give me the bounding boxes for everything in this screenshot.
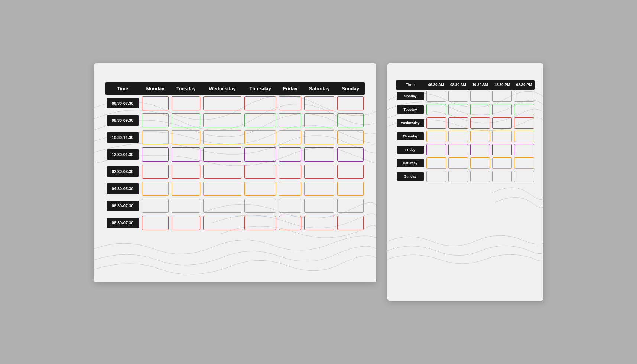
portrait-cell-wednesday-0[interactable] [425, 116, 447, 130]
landscape-cell-r6-c3[interactable] [243, 197, 277, 214]
portrait-cell-thursday-4[interactable] [513, 130, 535, 143]
portrait-cell-friday-0[interactable] [425, 143, 447, 156]
landscape-cell-r2-c1[interactable] [170, 129, 201, 146]
landscape-cell-r3-c2[interactable] [202, 146, 243, 163]
landscape-cell-r5-c0[interactable] [140, 180, 170, 197]
portrait-cell-thursday-3[interactable] [491, 130, 513, 143]
landscape-cell-r0-c0[interactable] [140, 95, 170, 112]
landscape-cell-r5-c3[interactable] [243, 180, 277, 197]
landscape-cell-r3-c1[interactable] [170, 146, 201, 163]
landscape-cell-r0-c2[interactable] [202, 95, 243, 112]
landscape-cell-r1-c2[interactable] [202, 112, 243, 129]
landscape-cell-r4-c6[interactable] [336, 163, 365, 180]
landscape-cell-r6-c0[interactable] [140, 197, 170, 214]
landscape-cell-r1-c5[interactable] [303, 112, 336, 129]
portrait-cell-friday-3[interactable] [491, 143, 513, 156]
landscape-cell-r0-c1[interactable] [170, 95, 201, 112]
landscape-row-3: 12.30-01.30 [105, 146, 365, 163]
landscape-cell-r4-c4[interactable] [277, 163, 303, 180]
portrait-cell-tuesday-0[interactable] [425, 103, 447, 116]
landscape-cell-r4-c3[interactable] [243, 163, 277, 180]
landscape-cell-r6-c6[interactable] [336, 197, 365, 214]
landscape-cell-r6-c4[interactable] [277, 197, 303, 214]
landscape-cell-r7-c6[interactable] [336, 214, 365, 231]
portrait-cell-sunday-4[interactable] [513, 170, 535, 183]
landscape-cell-r1-c4[interactable] [277, 112, 303, 129]
landscape-cell-r1-c3[interactable] [243, 112, 277, 129]
landscape-cell-r7-c2[interactable] [202, 214, 243, 231]
landscape-cell-r5-c4[interactable] [277, 180, 303, 197]
landscape-cell-r1-c6[interactable] [336, 112, 365, 129]
portrait-cell-monday-1[interactable] [447, 90, 469, 103]
landscape-cell-r2-c0[interactable] [140, 129, 170, 146]
landscape-time-1: 08.30-09.30 [105, 112, 140, 129]
landscape-cell-r7-c5[interactable] [303, 214, 336, 231]
portrait-cell-monday-3[interactable] [491, 90, 513, 103]
landscape-cell-r5-c2[interactable] [202, 180, 243, 197]
portrait-cell-friday-4[interactable] [513, 143, 535, 156]
landscape-cell-r7-c3[interactable] [243, 214, 277, 231]
portrait-cell-saturday-4[interactable] [513, 156, 535, 170]
landscape-cell-r3-c5[interactable] [303, 146, 336, 163]
landscape-cell-r4-c0[interactable] [140, 163, 170, 180]
landscape-cell-r0-c4[interactable] [277, 95, 303, 112]
landscape-row-5: 04.30-05.30 [105, 180, 365, 197]
landscape-cell-r0-c5[interactable] [303, 95, 336, 112]
landscape-cell-r1-c1[interactable] [170, 112, 201, 129]
landscape-cell-r4-c1[interactable] [170, 163, 201, 180]
landscape-cell-r6-c5[interactable] [303, 197, 336, 214]
landscape-cell-r3-c3[interactable] [243, 146, 277, 163]
portrait-cell-saturday-1[interactable] [447, 156, 469, 170]
landscape-cell-r3-c6[interactable] [336, 146, 365, 163]
portrait-cell-tuesday-4[interactable] [513, 103, 535, 116]
landscape-cell-r4-c2[interactable] [202, 163, 243, 180]
portrait-day-label-saturday: Saturday [396, 156, 425, 170]
landscape-cell-r2-c6[interactable] [336, 129, 365, 146]
portrait-cell-saturday-0[interactable] [425, 156, 447, 170]
portrait-cell-sunday-1[interactable] [447, 170, 469, 183]
landscape-cell-r6-c1[interactable] [170, 197, 201, 214]
landscape-cell-r2-c3[interactable] [243, 129, 277, 146]
portrait-cell-sunday-2[interactable] [469, 170, 491, 183]
landscape-cell-r2-c5[interactable] [303, 129, 336, 146]
portrait-cell-saturday-3[interactable] [491, 156, 513, 170]
landscape-cell-r0-c6[interactable] [336, 95, 365, 112]
portrait-cell-sunday-0[interactable] [425, 170, 447, 183]
landscape-cell-r7-c4[interactable] [277, 214, 303, 231]
portrait-cell-saturday-2[interactable] [469, 156, 491, 170]
portrait-cell-tuesday-1[interactable] [447, 103, 469, 116]
landscape-cell-r5-c6[interactable] [336, 180, 365, 197]
portrait-col-3: 10.30 AM [469, 80, 491, 90]
landscape-cell-r1-c0[interactable] [140, 112, 170, 129]
portrait-cell-monday-2[interactable] [469, 90, 491, 103]
landscape-cell-r6-c2[interactable] [202, 197, 243, 214]
portrait-cell-thursday-0[interactable] [425, 130, 447, 143]
portrait-cell-friday-1[interactable] [447, 143, 469, 156]
landscape-cell-r7-c0[interactable] [140, 214, 170, 231]
landscape-time-6: 06.30-07.30 [105, 197, 140, 214]
landscape-cell-r2-c4[interactable] [277, 129, 303, 146]
portrait-cell-thursday-2[interactable] [469, 130, 491, 143]
landscape-header-row: TimeMondayTuesdayWednesdayThursdayFriday… [105, 82, 365, 95]
portrait-cell-wednesday-2[interactable] [469, 116, 491, 130]
portrait-cell-tuesday-3[interactable] [491, 103, 513, 116]
landscape-cell-r3-c4[interactable] [277, 146, 303, 163]
portrait-cell-wednesday-3[interactable] [491, 116, 513, 130]
portrait-cell-friday-2[interactable] [469, 143, 491, 156]
portrait-cell-monday-4[interactable] [513, 90, 535, 103]
landscape-cell-r2-c2[interactable] [202, 129, 243, 146]
landscape-cell-r7-c1[interactable] [170, 214, 201, 231]
portrait-cell-wednesday-4[interactable] [513, 116, 535, 130]
portrait-cell-wednesday-1[interactable] [447, 116, 469, 130]
landscape-cell-r3-c0[interactable] [140, 146, 170, 163]
portrait-cell-sunday-3[interactable] [491, 170, 513, 183]
portrait-cell-thursday-1[interactable] [447, 130, 469, 143]
portrait-cell-monday-0[interactable] [425, 90, 447, 103]
landscape-cell-r4-c5[interactable] [303, 163, 336, 180]
landscape-col-monday: Monday [140, 82, 170, 95]
landscape-cell-r5-c1[interactable] [170, 180, 201, 197]
landscape-col-sunday: Sunday [336, 82, 365, 95]
landscape-cell-r0-c3[interactable] [243, 95, 277, 112]
portrait-cell-tuesday-2[interactable] [469, 103, 491, 116]
landscape-cell-r5-c5[interactable] [303, 180, 336, 197]
